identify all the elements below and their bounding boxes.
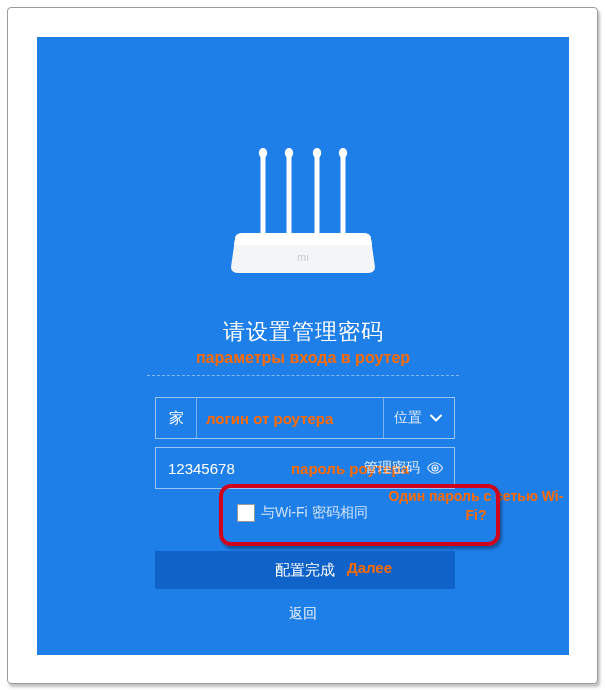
location-label: 位置 [394, 409, 422, 427]
same-as-wifi-annotation: Один пароль с сетью Wi-Fi? [381, 487, 571, 525]
location-dropdown[interactable]: 位置 [383, 398, 454, 438]
router-illustration: mı [223, 147, 383, 277]
same-as-wifi-label: 与Wi-Fi 密码相同 [261, 504, 368, 522]
chevron-down-icon [428, 410, 444, 426]
svg-text:mı: mı [297, 251, 309, 263]
submit-label: 配置完成 [275, 561, 335, 580]
svg-point-4 [259, 148, 267, 158]
setup-panel: mı 请设置管理密码 параметры входа в роутер 家 ло… [37, 37, 569, 655]
page-subtitle-annotation: параметры входа в роутер [37, 349, 569, 367]
window-frame: mı 请设置管理密码 параметры входа в роутер 家 ло… [7, 7, 598, 684]
divider [147, 375, 459, 376]
submit-button[interactable]: 配置完成 [155, 551, 455, 589]
login-row[interactable]: 家 логин от роутера 位置 [155, 397, 455, 439]
submit-annotation: Далее [347, 559, 392, 576]
svg-point-7 [339, 148, 347, 158]
svg-point-6 [313, 148, 321, 158]
password-row[interactable]: 12345678 пароль роутера 管理密码 [155, 447, 455, 489]
login-placeholder-annotation: логин от роутера [206, 398, 333, 438]
admin-password-label: 管理密码 [364, 459, 420, 477]
page-title: 请设置管理密码 [37, 317, 569, 347]
home-icon: 家 [156, 398, 197, 438]
svg-point-5 [285, 148, 293, 158]
back-link[interactable]: 返回 [37, 605, 569, 623]
same-as-wifi-checkbox[interactable] [237, 504, 255, 522]
eye-icon[interactable] [426, 459, 444, 477]
svg-point-9 [434, 467, 437, 470]
password-right-slot: 管理密码 [354, 448, 454, 488]
back-label: 返回 [289, 605, 317, 621]
password-value: 12345678 [168, 448, 235, 488]
